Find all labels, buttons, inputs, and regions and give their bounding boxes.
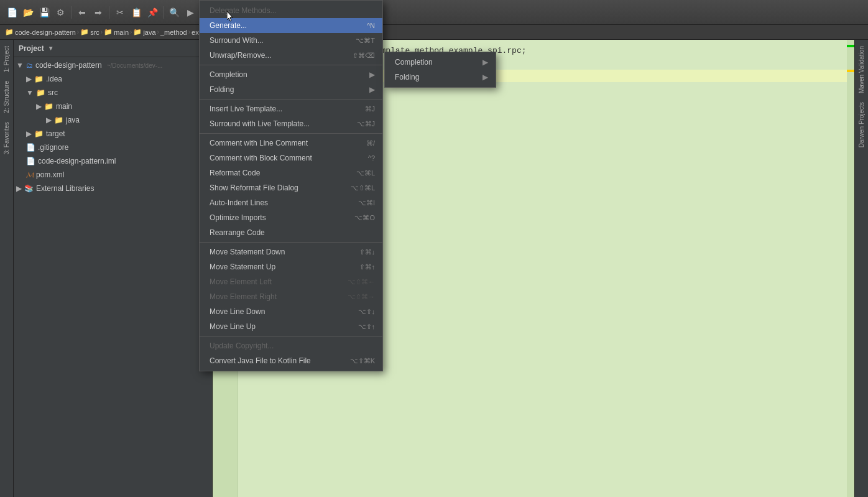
sep4 <box>200 242 382 243</box>
menu-item-folding[interactable]: Folding ▶ <box>200 82 382 97</box>
sep2 <box>200 99 382 100</box>
menu-item-move-elem-right[interactable]: Move Element Right ⌥⇧⌘→ <box>200 289 382 304</box>
menu-item-auto-indent[interactable]: Auto-Indent Lines ⌥⌘I <box>200 195 382 210</box>
menu-item-rearrange-code[interactable]: Rearrange Code <box>200 225 382 240</box>
sep5 <box>200 336 382 337</box>
submenu-arrow-folding: ▶ <box>482 73 488 81</box>
menu-item-completion[interactable]: Completion ▶ <box>200 67 382 82</box>
menu-item-move-line-down[interactable]: Move Line Down ⌥⇧↓ <box>200 304 382 319</box>
menu-item-convert-kotlin[interactable]: Convert Java File to Kotlin File ⌥⇧⌘K <box>200 353 382 368</box>
submenu-label-completion: Completion <box>395 58 433 67</box>
menu-item-block-comment[interactable]: Comment with Block Comment ^? <box>200 151 382 165</box>
menu-item-insert-live-template[interactable]: Insert Live Template... ⌘J <box>200 101 382 116</box>
menu-item-move-line-up[interactable]: Move Line Up ⌥⇧↑ <box>200 319 382 334</box>
submenu-item-folding[interactable]: Folding ▶ <box>385 70 496 85</box>
completion-folding-submenu: Completion ▶ Folding ▶ <box>384 52 496 88</box>
menu-item-optimize-imports[interactable]: Optimize Imports ⌥⌘O <box>200 210 382 225</box>
submenu-label-folding: Folding <box>395 73 419 81</box>
menu-item-reformat-dialog[interactable]: Show Reformat File Dialog ⌥⇧⌘L <box>200 180 382 195</box>
context-menu: Delegate Methods... Generate... ^N Surro… <box>199 0 383 371</box>
menu-item-move-stmt-up[interactable]: Move Statement Up ⇧⌘↑ <box>200 259 382 274</box>
sep3 <box>200 133 382 134</box>
submenu-arrow-completion: ▶ <box>482 58 488 67</box>
menu-item-move-stmt-down[interactable]: Move Statement Down ⇧⌘↓ <box>200 244 382 259</box>
context-menu-overlay: Delegate Methods... Generate... ^N Surro… <box>0 0 868 497</box>
menu-item-reformat-code[interactable]: Reformat Code ⌥⌘L <box>200 165 382 180</box>
sep1 <box>200 65 382 65</box>
menu-item-delegate-methods[interactable]: Delegate Methods... <box>200 3 382 18</box>
submenu-item-completion[interactable]: Completion ▶ <box>385 55 496 70</box>
menu-item-update-copyright[interactable]: Update Copyright... <box>200 338 382 353</box>
menu-item-surround-live-template[interactable]: Surround with Live Template... ⌥⌘J <box>200 116 382 131</box>
menu-item-move-elem-left[interactable]: Move Element Left ⌥⇧⌘← <box>200 274 382 289</box>
menu-item-line-comment[interactable]: Comment with Line Comment ⌘/ <box>200 136 382 151</box>
menu-item-unwrap[interactable]: Unwrap/Remove... ⇧⌘⌫ <box>200 48 382 63</box>
menu-item-generate[interactable]: Generate... ^N <box>200 18 382 33</box>
menu-item-surround-with[interactable]: Surround With... ⌥⌘T <box>200 33 382 48</box>
